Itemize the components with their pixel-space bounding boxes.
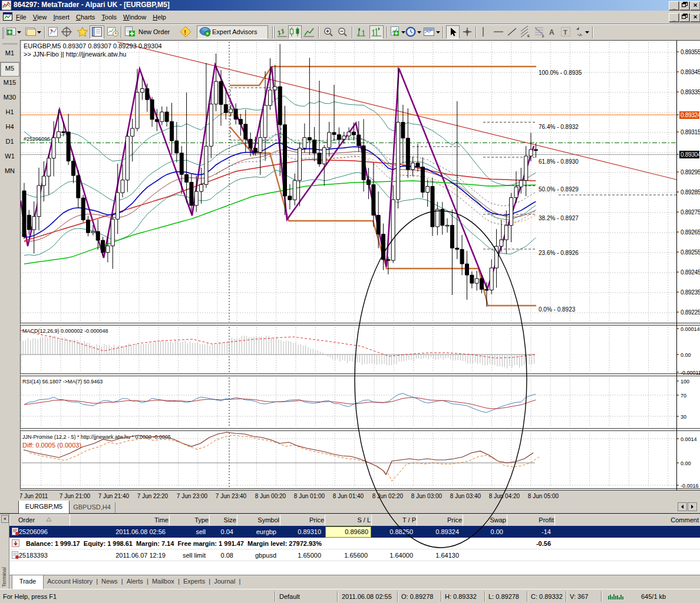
svg-text:A: A (549, 28, 554, 37)
svg-text:0.89295: 0.89295 (681, 169, 700, 175)
svg-text:8 Jun 03:40: 8 Jun 03:40 (450, 493, 481, 499)
svg-text:0.89315: 0.89315 (681, 129, 700, 135)
svg-text:0.89304: 0.89304 (681, 151, 700, 158)
svg-text:T: T (563, 29, 567, 36)
svg-text:0.89265: 0.89265 (681, 229, 700, 236)
svg-text:0.0014: 0.0014 (681, 436, 697, 442)
svg-text:8 Jun 03:00: 8 Jun 03:00 (411, 493, 443, 499)
svg-text:8 Jun 04:20: 8 Jun 04:20 (489, 493, 520, 499)
svg-text:0.89225: 0.89225 (681, 309, 700, 316)
svg-text:Diff: 0.0005 (0.0003): Diff: 0.0005 (0.0003) (22, 442, 81, 449)
svg-text:Expert Advisors: Expert Advisors (212, 28, 257, 35)
svg-text:RSI(14) 56.1807 ->MA(7) 50.94: RSI(14) 56.1807 ->MA(7) 50.9463 (22, 379, 103, 385)
svg-text:F: F (542, 35, 544, 38)
svg-text:0.0% - 0.8923: 0.0% - 0.8923 (539, 306, 576, 313)
svg-text:0.89275: 0.89275 (681, 209, 700, 216)
svg-text:100: 100 (681, 379, 689, 385)
svg-text:0.89255: 0.89255 (681, 249, 700, 256)
svg-text:70: 70 (681, 393, 686, 399)
svg-text:0.00: 0.00 (681, 460, 691, 466)
svg-text:100.0% - 0.8935: 100.0% - 0.8935 (539, 69, 582, 76)
svg-text:7 Jun 22:20: 7 Jun 22:20 (137, 493, 169, 499)
svg-text:61.8% - 0.8930: 61.8% - 0.8930 (539, 158, 579, 165)
svg-text:0.89335: 0.89335 (681, 89, 700, 95)
svg-text:!: ! (184, 29, 186, 36)
svg-text:0.00: 0.00 (681, 352, 691, 358)
svg-text:New Order: New Order (138, 28, 170, 35)
svg-text:8 Jun 01:00: 8 Jun 01:00 (294, 493, 325, 499)
svg-text:7 Jun 21:40: 7 Jun 21:40 (98, 493, 130, 499)
svg-text:0.89235: 0.89235 (681, 289, 700, 296)
svg-text:0.89285: 0.89285 (681, 189, 700, 196)
svg-text:8 Jun 02:20: 8 Jun 02:20 (372, 493, 404, 499)
svg-text:7 Jun 2011: 7 Jun 2011 (20, 493, 48, 499)
svg-text:0.89324: 0.89324 (681, 112, 700, 118)
svg-text:0.89355: 0.89355 (681, 49, 700, 55)
svg-text:8 Jun 00:20: 8 Jun 00:20 (255, 493, 286, 499)
svg-text:EURGBP,M5 0.89307 0.89307 0.8: EURGBP,M5 0.89307 0.89307 0.89293 0.8930… (24, 42, 162, 49)
svg-text:0.000149: 0.000149 (681, 326, 700, 332)
svg-text:7 Jun 21:00: 7 Jun 21:00 (60, 493, 91, 499)
svg-text:-0.0016: -0.0016 (681, 483, 699, 489)
svg-text:-0.000118: -0.000118 (681, 370, 700, 376)
svg-text:30: 30 (681, 414, 686, 420)
svg-text:8 Jun 05:00: 8 Jun 05:00 (528, 493, 559, 499)
svg-text:50.0% - 0.8929: 50.0% - 0.8929 (539, 186, 579, 193)
svg-text:0.89345: 0.89345 (681, 69, 700, 75)
svg-text:#25206096 ▶: #25206096 ▶ (24, 136, 56, 142)
svg-text:MACD(12,26,9) 0.000002 -0.0000: MACD(12,26,9) 0.000002 -0.000048 (22, 328, 108, 334)
svg-text:E: E (527, 34, 530, 38)
svg-text:7 Jun 23:40: 7 Jun 23:40 (216, 493, 247, 499)
svg-text:0.89245: 0.89245 (681, 269, 700, 276)
svg-text:76.4% - 0.8932: 76.4% - 0.8932 (539, 124, 579, 130)
svg-text:38.2% - 0.8927: 38.2% - 0.8927 (539, 215, 579, 221)
svg-text:7 Jun 23:00: 7 Jun 23:00 (177, 493, 208, 499)
svg-text:>> JJN-Fibo || http://jjnewark: >> JJN-Fibo || http://jjnewark.atw.hu (24, 51, 126, 58)
svg-text:8 Jun 01:40: 8 Jun 01:40 (333, 493, 364, 499)
svg-text:23.6% - 0.8926: 23.6% - 0.8926 (539, 250, 579, 256)
